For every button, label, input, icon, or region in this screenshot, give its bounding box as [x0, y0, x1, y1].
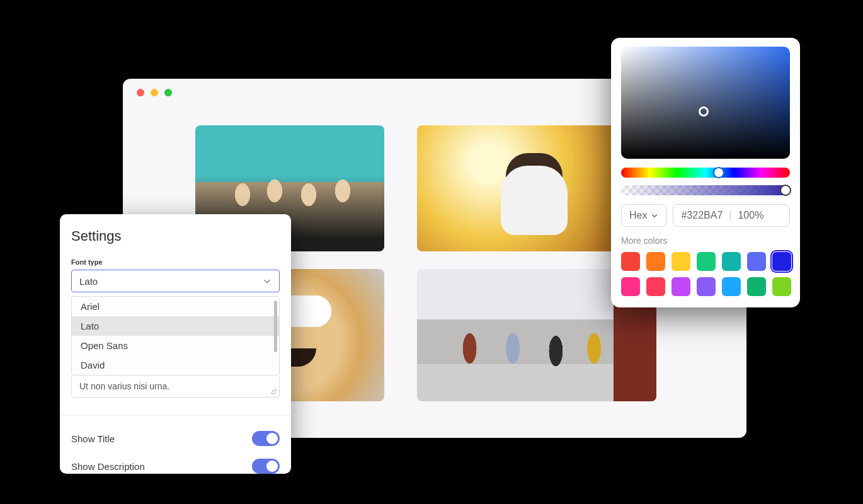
- color-swatch[interactable]: [646, 277, 665, 296]
- hue-handle[interactable]: [713, 167, 724, 178]
- font-type-label: Font type: [71, 258, 280, 266]
- show-title-label: Show Title: [71, 433, 115, 444]
- show-description-label: Show Description: [71, 461, 145, 472]
- color-swatch[interactable]: [747, 277, 766, 296]
- color-mode-label: Hex: [629, 210, 647, 221]
- font-option[interactable]: David: [72, 355, 279, 375]
- color-swatch[interactable]: [697, 252, 716, 271]
- color-swatch[interactable]: [621, 252, 640, 271]
- divider: [60, 415, 291, 416]
- show-description-row: Show Description: [71, 452, 280, 474]
- show-description-toggle[interactable]: [252, 459, 280, 474]
- color-swatch[interactable]: [722, 252, 741, 271]
- color-swatch[interactable]: [747, 252, 766, 271]
- show-title-toggle[interactable]: [252, 431, 280, 446]
- color-swatch[interactable]: [722, 277, 741, 296]
- hue-slider[interactable]: [621, 168, 790, 178]
- more-colors-label: More colors: [621, 236, 790, 246]
- chevron-down-icon: [263, 277, 271, 285]
- picker-inputs: Hex #322BA7 | 100%: [621, 204, 790, 227]
- color-swatch[interactable]: [646, 252, 665, 271]
- settings-panel: Settings Font type Lato Ariel Lato Open …: [60, 214, 291, 474]
- description-textarea[interactable]: Ut non varius nisi urna.: [71, 375, 280, 398]
- color-picker-panel: Hex #322BA7 | 100% More colors: [611, 38, 800, 307]
- color-mode-select[interactable]: Hex: [621, 204, 666, 227]
- zoom-window-dot[interactable]: [164, 89, 172, 96]
- sv-handle[interactable]: [699, 106, 709, 117]
- minimize-window-dot[interactable]: [151, 89, 158, 96]
- chevron-down-icon: [651, 212, 658, 219]
- font-option[interactable]: Open Sans: [72, 336, 279, 355]
- hex-input[interactable]: #322BA7 | 100%: [673, 204, 790, 227]
- font-option[interactable]: Lato: [72, 316, 279, 336]
- show-title-row: Show Title: [71, 425, 280, 452]
- resize-handle-icon[interactable]: [270, 388, 277, 394]
- font-type-dropdown: Ariel Lato Open Sans David: [71, 296, 280, 375]
- divider: |: [729, 210, 731, 221]
- saturation-value-area[interactable]: [621, 47, 790, 159]
- description-text: Ut non varius nisi urna.: [79, 381, 169, 391]
- alpha-value: 100%: [738, 210, 763, 221]
- color-swatch[interactable]: [621, 277, 640, 296]
- color-swatch[interactable]: [697, 277, 716, 296]
- hex-value: #322BA7: [681, 210, 723, 221]
- color-swatch[interactable]: [772, 277, 791, 296]
- font-type-selected: Lato: [79, 276, 98, 287]
- close-window-dot[interactable]: [137, 89, 144, 96]
- alpha-handle[interactable]: [780, 185, 791, 196]
- font-type-select[interactable]: Lato: [71, 270, 280, 292]
- settings-title: Settings: [71, 228, 280, 244]
- color-swatch[interactable]: [672, 252, 690, 271]
- font-option[interactable]: Ariel: [72, 297, 279, 316]
- color-swatches: [621, 252, 790, 296]
- color-swatch[interactable]: [672, 277, 690, 296]
- alpha-slider[interactable]: [621, 185, 790, 195]
- color-swatch[interactable]: [772, 252, 791, 271]
